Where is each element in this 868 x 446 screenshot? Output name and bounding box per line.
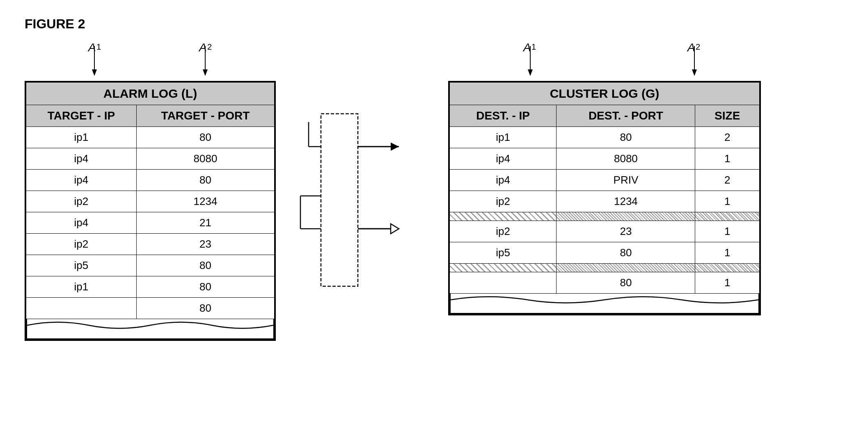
cluster-table-bottom [449,294,760,314]
cluster-col-port: DEST. - PORT [557,105,695,127]
svg-text:2: 2 [207,42,212,51]
alarm-table-row: ip48080 [26,148,275,170]
alarm-ip-cell: ip4 [26,148,137,170]
cluster-log-body: ip1802ip480801ip4PRIV2ip212341ip2231ip58… [450,127,760,294]
cluster-col-size: SIZE [695,105,760,127]
cluster-table-row [450,264,760,272]
cluster-size-cell: 1 [695,148,760,170]
svg-text:A: A [198,41,207,54]
alarm-port-cell: 80 [136,255,274,276]
cluster-table-row: ip480801 [450,148,760,170]
alarm-port-cell: 80 [136,127,274,148]
cluster-size-cell: 1 [695,221,760,242]
cluster-size-cell: 1 [695,272,760,294]
cluster-table-row: ip5801 [450,242,760,264]
alarm-table-row: ip21234 [26,191,275,212]
alarm-log-wrapper: A 1 A 2 ALARM LOG (L) TAR [25,44,276,341]
alarm-log-table-container: ALARM LOG (L) TARGET - IP TARGET - PORT … [25,81,276,341]
cluster-table-row: ip4PRIV2 [450,170,760,191]
svg-rect-8 [321,114,358,286]
cluster-size-cell: 2 [695,127,760,148]
cluster-port-cell: PRIV [557,170,695,191]
alarm-title-row: ALARM LOG (L) [26,83,275,105]
svg-marker-1 [92,69,97,76]
cluster-annotations: A 1 A 2 [448,44,761,81]
alarm-log-title: ALARM LOG (L) [26,83,275,105]
cluster-ip-cell: ip4 [450,148,557,170]
cluster-table-row: ip212341 [450,191,760,212]
cluster-ip-cell: ip1 [450,127,557,148]
cluster-table-row: ip1802 [450,127,760,148]
alarm-annotations: A 1 A 2 [25,44,276,81]
cluster-ip-cell [450,212,557,221]
svg-text:2: 2 [696,42,700,51]
cluster-ip-cell [450,272,557,294]
alarm-port-cell: 8080 [136,148,274,170]
cluster-size-cell [695,264,760,272]
svg-text:A: A [687,41,695,54]
alarm-ip-cell: ip1 [26,127,137,148]
svg-marker-5 [203,69,208,76]
cluster-wavy-svg [451,294,758,314]
cluster-annot-svg: A 1 A 2 [448,44,761,81]
alarm-table-bottom [26,319,275,340]
cluster-table-row: 801 [450,272,760,294]
cluster-ip-cell: ip2 [450,221,557,242]
alarm-log-body: ip180ip48080ip480ip21234ip421ip223ip580i… [26,127,275,319]
svg-text:A: A [87,41,96,54]
alarm-port-cell: 80 [136,298,274,319]
svg-marker-10 [391,143,399,151]
cluster-port-cell: 8080 [557,148,695,170]
alarm-port-cell: 21 [136,212,274,234]
alarm-wavy-svg [27,319,273,340]
svg-marker-23 [692,69,697,76]
cluster-size-cell: 1 [695,191,760,212]
cluster-ip-cell: ip5 [450,242,557,264]
alarm-table-row: ip223 [26,234,275,255]
alarm-table-row: ip180 [26,127,275,148]
alarm-col-ip: TARGET - IP [26,105,137,127]
cluster-log-table-container: CLUSTER LOG (G) DEST. - IP DEST. - PORT … [448,81,761,315]
cluster-header-row: DEST. - IP DEST. - PORT SIZE [450,105,760,127]
cluster-ip-cell: ip4 [450,170,557,191]
svg-marker-19 [528,69,533,76]
cluster-size-cell: 1 [695,242,760,264]
cluster-port-cell [557,264,695,272]
alarm-port-cell: 23 [136,234,274,255]
cluster-log-title: CLUSTER LOG (G) [450,83,760,105]
cluster-log-wrapper: A 1 A 2 CLUSTER LOG (G) D [448,44,761,315]
alarm-ip-cell: ip2 [26,191,137,212]
alarm-table-row: ip480 [26,170,275,191]
figure-label: FIGURE 2 [25,16,843,32]
cluster-log-table: CLUSTER LOG (G) DEST. - IP DEST. - PORT … [449,82,760,294]
alarm-log-table: ALARM LOG (L) TARGET - IP TARGET - PORT … [26,82,275,319]
cluster-ip-cell: ip2 [450,191,557,212]
cluster-port-cell: 23 [557,221,695,242]
cluster-table-row: ip2231 [450,221,760,242]
diagrams-row: A 1 A 2 ALARM LOG (L) TAR [25,44,843,341]
alarm-ip-cell: ip4 [26,212,137,234]
cluster-size-cell [695,212,760,221]
alarm-col-port: TARGET - PORT [136,105,274,127]
cluster-port-cell [557,212,695,221]
alarm-port-cell: 80 [136,170,274,191]
alarm-ip-cell: ip4 [26,170,137,191]
svg-text:1: 1 [96,42,101,51]
svg-text:1: 1 [531,42,536,51]
connector-area [309,114,415,319]
cluster-port-cell: 80 [557,242,695,264]
cluster-port-cell: 1234 [557,191,695,212]
cluster-title-row: CLUSTER LOG (G) [450,83,760,105]
connector-svg [309,114,415,319]
svg-text:A: A [522,41,531,54]
alarm-table-row: 80 [26,298,275,319]
alarm-ip-cell [26,298,137,319]
alarm-port-cell: 1234 [136,191,274,212]
page-container: FIGURE 2 A 1 A 2 [0,0,868,446]
cluster-port-cell: 80 [557,272,695,294]
alarm-table-row: ip580 [26,255,275,276]
alarm-annot-svg: A 1 A 2 [25,44,276,81]
cluster-size-cell: 2 [695,170,760,191]
alarm-table-row: ip421 [26,212,275,234]
cluster-col-ip: DEST. - IP [450,105,557,127]
